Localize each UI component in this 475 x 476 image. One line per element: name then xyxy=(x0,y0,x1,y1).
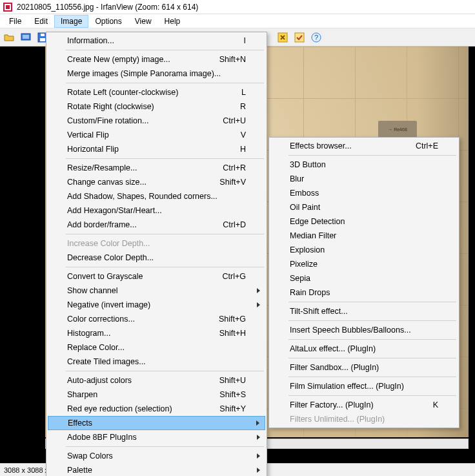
effects-menu-pixelize[interactable]: Pixelize xyxy=(270,257,458,271)
menu-item-label: Rain Drops xyxy=(290,288,438,297)
menu-item-label: Color corrections... xyxy=(67,315,219,324)
menu-item-label: Emboss xyxy=(290,189,438,198)
image-menu-vertical-flip[interactable]: Vertical FlipV xyxy=(48,128,265,142)
toolbar-icon-2[interactable] xyxy=(293,31,306,44)
help-icon[interactable]: ? xyxy=(310,31,323,44)
toolbar-icon-1[interactable] xyxy=(276,31,289,44)
menu-item-shortcut: Shift+S xyxy=(219,390,246,399)
menu-item-label: Add border/frame... xyxy=(67,220,223,229)
image-menu-negative-invert-image[interactable]: Negative (invert image) xyxy=(48,298,265,312)
menu-item-shortcut: Ctrl+D xyxy=(223,220,246,229)
effects-menu-emboss[interactable]: Emboss xyxy=(270,186,458,200)
effects-menu-separator xyxy=(288,155,456,156)
menu-item-shortcut: K xyxy=(433,400,438,409)
effects-menu-rain-drops[interactable]: Rain Drops xyxy=(270,285,458,300)
effects-menu-median-filter[interactable]: Median Filter xyxy=(270,229,458,243)
image-menu-add-hexagon-star-heart[interactable]: Add Hexagon/Star/Heart... xyxy=(48,203,265,218)
image-menu-add-shadow-shapes-rounded-corners[interactable]: Add Shadow, Shapes, Rounded corners... xyxy=(48,189,265,203)
menu-edit[interactable]: Edit xyxy=(28,15,54,28)
image-menu-replace-color[interactable]: Replace Color... xyxy=(48,340,265,355)
effects-menu-insert-speech-bubbles-balloons[interactable]: Insert Speech Bubbles/Balloons... xyxy=(270,323,458,337)
image-menu-information[interactable]: Information...I xyxy=(48,34,265,48)
effects-menu-filters-unlimited-plugin: Filters Unlimited... (PlugIn) xyxy=(270,412,458,426)
image-menu-separator xyxy=(66,371,264,371)
menu-item-shortcut: H xyxy=(240,145,246,154)
menu-item-label: Insert Speech Bubbles/Balloons... xyxy=(290,326,438,335)
image-menu-auto-adjust-colors[interactable]: Auto-adjust colorsShift+U xyxy=(48,373,265,388)
svg-text:?: ? xyxy=(314,34,318,41)
effects-menu-effects-browser[interactable]: Effects browser...Ctrl+E xyxy=(270,139,458,153)
menu-item-label: Median Filter xyxy=(290,231,438,240)
effects-menu-explosion[interactable]: Explosion xyxy=(270,243,458,257)
menu-item-label: Increase Color Depth... xyxy=(67,239,246,248)
slideshow-icon[interactable] xyxy=(19,31,32,44)
image-menu-convert-to-grayscale[interactable]: Convert to GrayscaleCtrl+G xyxy=(48,269,265,284)
image-menu-change-canvas-size[interactable]: Change canvas size...Shift+V xyxy=(48,175,265,189)
image-menu-adobe-8bf-plugins[interactable]: Adobe 8BF PlugIns xyxy=(48,430,265,444)
image-menu-merge-images-simple-panorama-image[interactable]: Merge images (Simple Panorama image)... xyxy=(48,67,265,81)
effects-menu-separator xyxy=(288,320,456,321)
effects-menu-oil-paint[interactable]: Oil Paint xyxy=(270,200,458,214)
menu-image[interactable]: Image xyxy=(54,15,88,28)
effects-menu-tilt-shift-effect[interactable]: Tilt-Shift effect... xyxy=(270,304,458,318)
app-icon xyxy=(3,2,13,12)
menu-item-shortcut: Shift+U xyxy=(219,376,246,385)
menu-item-label: Red eye reduction (selection) xyxy=(67,404,219,413)
menu-item-label: Histogram... xyxy=(67,329,219,338)
effects-menu-blur[interactable]: Blur xyxy=(270,172,458,186)
image-menu-histogram[interactable]: Histogram...Shift+H xyxy=(48,326,265,340)
menu-item-shortcut: Shift+H xyxy=(219,329,246,338)
menu-view[interactable]: View xyxy=(128,15,158,28)
effects-menu-3d-button[interactable]: 3D Button xyxy=(270,158,458,172)
menu-item-label: Replace Color... xyxy=(67,343,246,352)
svg-rect-2 xyxy=(6,5,10,9)
menu-file[interactable]: File xyxy=(3,15,28,28)
image-menu-effects[interactable]: Effects xyxy=(48,416,265,430)
menu-item-label: Convert to Grayscale xyxy=(67,272,223,281)
menu-item-label: Explosion xyxy=(290,245,438,254)
status-dimensions: 3088 x 3088 x xyxy=(4,466,48,474)
menu-help[interactable]: Help xyxy=(158,15,187,28)
effects-menu-separator xyxy=(288,302,456,302)
image-menu-horizontal-flip[interactable]: Horizontal FlipH xyxy=(48,142,265,156)
image-menu-red-eye-reduction-selection[interactable]: Red eye reduction (selection)Shift+Y xyxy=(48,402,265,416)
menu-item-label: Filter Factory... (PlugIn) xyxy=(290,400,433,409)
image-menu-sharpen[interactable]: SharpenShift+S xyxy=(48,388,265,402)
image-menu-rotate-left-counter-clockwise[interactable]: Rotate Left (counter-clockwise)L xyxy=(48,85,265,99)
menu-item-label: Change canvas size... xyxy=(67,178,219,187)
menu-item-label: Negative (invert image) xyxy=(67,300,246,309)
menu-item-label: Decrease Color Depth... xyxy=(67,253,246,262)
menu-item-label: Oil Paint xyxy=(290,203,438,212)
menu-item-label: Create Tiled images... xyxy=(67,357,246,366)
image-menu-rotate-right-clockwise[interactable]: Rotate Right (clockwise)R xyxy=(48,99,265,114)
menu-item-label: 3D Button xyxy=(290,160,438,169)
effects-menu-altalux-effect-plugin[interactable]: AltaLux effect... (PlugIn) xyxy=(270,342,458,356)
image-menu-create-new-empty-image[interactable]: Create New (empty) image...Shift+N xyxy=(48,52,265,67)
image-menu-swap-colors[interactable]: Swap Colors xyxy=(48,449,265,463)
menu-item-label: Palette xyxy=(67,466,246,475)
menu-item-label: Sepia xyxy=(290,274,438,283)
menu-item-label: Film Simulation effect... (PlugIn) xyxy=(290,382,438,391)
open-icon[interactable] xyxy=(3,31,15,44)
photo-sign: → Re468 xyxy=(378,121,417,138)
effects-menu-filter-sandbox-plugin[interactable]: Filter Sandbox... (PlugIn) xyxy=(270,360,458,375)
image-menu-create-tiled-images[interactable]: Create Tiled images... xyxy=(48,355,265,369)
image-menu-decrease-color-depth[interactable]: Decrease Color Depth... xyxy=(48,251,265,265)
image-menu-color-corrections[interactable]: Color corrections...Shift+G xyxy=(48,312,265,326)
image-menu-palette[interactable]: Palette xyxy=(48,463,265,476)
image-menu-resize-resample[interactable]: Resize/Resample...Ctrl+R xyxy=(48,161,265,175)
effects-menu-edge-detection[interactable]: Edge Detection xyxy=(270,214,458,229)
menu-item-label: Add Hexagon/Star/Heart... xyxy=(67,206,246,215)
menu-item-label: Rotate Right (clockwise) xyxy=(67,102,240,111)
image-menu-custom-fine-rotation[interactable]: Custom/Fine rotation...Ctrl+U xyxy=(48,114,265,128)
effects-menu-film-simulation-effect-plugin[interactable]: Film Simulation effect... (PlugIn) xyxy=(270,379,458,393)
menu-options[interactable]: Options xyxy=(88,15,128,28)
image-menu-show-channel[interactable]: Show channel xyxy=(48,284,265,298)
image-menu-dropdown: Information...ICreate New (empty) image.… xyxy=(46,32,267,476)
image-menu-add-border-frame[interactable]: Add border/frame...Ctrl+D xyxy=(48,218,265,232)
effects-menu-sepia[interactable]: Sepia xyxy=(270,271,458,285)
menu-item-label: Merge images (Simple Panorama image)... xyxy=(67,69,246,78)
menu-item-label: Rotate Left (counter-clockwise) xyxy=(67,88,241,97)
effects-menu-filter-factory-plugin[interactable]: Filter Factory... (PlugIn)K xyxy=(270,398,458,412)
svg-rect-7 xyxy=(41,34,45,36)
